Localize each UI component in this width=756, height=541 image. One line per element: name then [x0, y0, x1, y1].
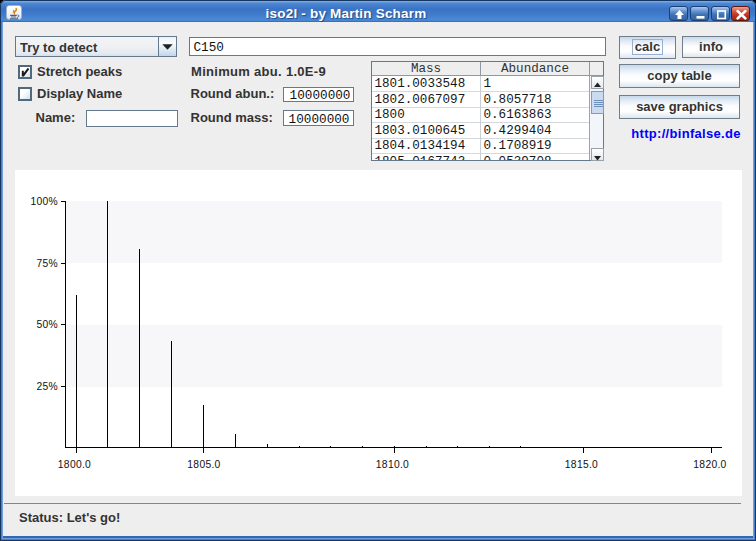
svg-text:1805.0: 1805.0: [187, 459, 220, 470]
svg-text:50%: 50%: [36, 319, 58, 330]
svg-text:1815.0: 1815.0: [565, 459, 598, 470]
svg-text:75%: 75%: [36, 258, 58, 269]
svg-text:25%: 25%: [36, 381, 58, 392]
svg-text:1800.0: 1800.0: [58, 459, 91, 470]
svg-text:1810.0: 1810.0: [376, 459, 409, 470]
svg-text:1820.0: 1820.0: [693, 459, 726, 470]
svg-text:100%: 100%: [30, 196, 58, 207]
